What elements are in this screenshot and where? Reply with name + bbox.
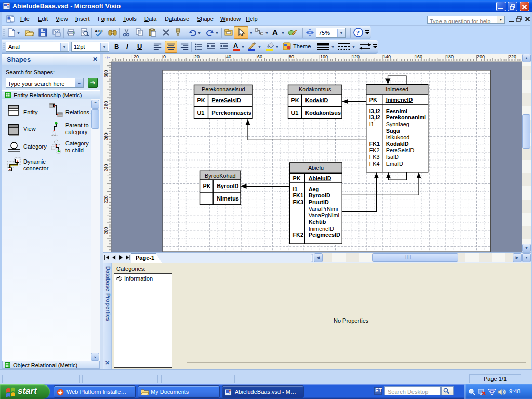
svg-text:Nimetus: Nimetus — [217, 195, 239, 202]
svg-text:Eesnimi: Eesnimi — [386, 108, 407, 114]
svg-text:KodakID: KodakID — [386, 141, 409, 147]
svg-text:PK: PK — [291, 97, 299, 103]
svg-text:KodakID: KodakID — [305, 97, 328, 103]
svg-text:?: ? — [356, 29, 360, 36]
svg-text:280: 280 — [103, 101, 109, 109]
svg-text:Sugu: Sugu — [386, 128, 400, 134]
svg-text:Inimesed: Inimesed — [385, 86, 408, 92]
svg-text:200: 200 — [103, 227, 109, 234]
svg-text:FK2: FK2 — [293, 232, 303, 238]
svg-text:160: 160 — [415, 54, 422, 59]
svg-text:100: 100 — [320, 54, 328, 59]
svg-text:FK2: FK2 — [369, 147, 380, 153]
svg-text:Kodakontsus: Kodakontsus — [305, 110, 341, 116]
svg-text:InimeneID: InimeneID — [386, 97, 413, 103]
svg-text:PK: PK — [203, 183, 211, 189]
svg-text:ABC: ABC — [95, 29, 103, 33]
svg-text:20: 20 — [194, 54, 200, 59]
svg-text:PK: PK — [369, 97, 377, 103]
svg-text:120: 120 — [352, 54, 360, 59]
svg-text:260: 260 — [103, 132, 109, 140]
svg-text:FK1: FK1 — [293, 192, 303, 198]
svg-text:Perekonnaseisud: Perekonnaseisud — [202, 86, 245, 92]
svg-text:PeigmeesID: PeigmeesID — [309, 232, 340, 238]
svg-text:I3,I2: I3,I2 — [369, 108, 380, 114]
svg-text:Kehtib: Kehtib — [309, 219, 326, 225]
svg-text:300: 300 — [103, 70, 109, 77]
svg-text:PereSeisID: PereSeisID — [386, 147, 415, 153]
svg-text:FK1: FK1 — [369, 141, 380, 147]
svg-text:ByrooKohad: ByrooKohad — [205, 172, 235, 179]
svg-text:I1: I1 — [293, 186, 298, 192]
svg-text:VanaPrNimi: VanaPrNimi — [309, 206, 338, 212]
svg-text:40: 40 — [226, 54, 231, 59]
svg-text:U1: U1 — [291, 110, 299, 116]
svg-text:U1: U1 — [197, 110, 205, 116]
svg-text:IsaID: IsaID — [386, 154, 399, 160]
svg-text:180: 180 — [446, 54, 454, 59]
svg-text:PereSeisID: PereSeisID — [212, 97, 242, 103]
svg-text:140: 140 — [383, 54, 391, 59]
svg-text:80: 80 — [289, 54, 294, 59]
svg-text:220: 220 — [103, 195, 109, 203]
svg-text:EmaID: EmaID — [386, 161, 403, 167]
svg-text:I3,I2: I3,I2 — [369, 114, 380, 121]
svg-text:240: 240 — [103, 164, 109, 171]
svg-text:I1: I1 — [369, 121, 374, 127]
svg-text:PK: PK — [293, 175, 301, 181]
svg-text:Isikukood: Isikukood — [386, 134, 410, 140]
svg-text:AbieluID: AbieluID — [309, 175, 331, 181]
svg-text:Abielu: Abielu — [308, 165, 324, 171]
svg-text:Perekonnaseis: Perekonnaseis — [212, 110, 251, 116]
svg-text:FK3: FK3 — [293, 199, 303, 205]
svg-text:ByrooID: ByrooID — [309, 192, 330, 198]
svg-text:PruutID: PruutID — [309, 199, 329, 205]
svg-text:ByrooID: ByrooID — [217, 183, 238, 189]
svg-text:InimeneID: InimeneID — [309, 225, 334, 232]
svg-text:60: 60 — [257, 54, 262, 59]
svg-text:220: 220 — [509, 54, 516, 59]
svg-text:VanaPgNimi: VanaPgNimi — [309, 212, 339, 218]
svg-text:Aeg: Aeg — [309, 186, 319, 192]
svg-text:-20: -20 — [132, 54, 139, 59]
svg-text:Kodakontsus: Kodakontsus — [299, 86, 331, 92]
svg-text:0: 0 — [163, 54, 166, 59]
svg-text:FK3: FK3 — [369, 154, 380, 160]
svg-text:Perekonnanimi: Perekonnanimi — [386, 114, 426, 121]
svg-text:Synniaeg: Synniaeg — [386, 121, 409, 127]
svg-text:PK: PK — [197, 97, 205, 103]
svg-text:FK4: FK4 — [369, 161, 380, 167]
svg-text:200: 200 — [477, 54, 485, 59]
